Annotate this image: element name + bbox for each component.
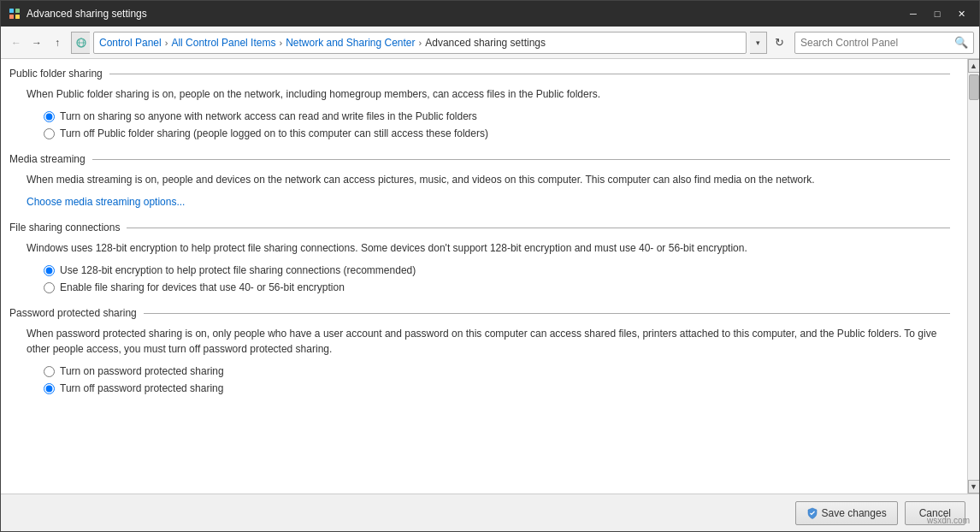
public-folder-off-label: Turn off Public folder sharing (people l… (60, 127, 488, 139)
content-area: Public folder sharing When Public folder… (1, 59, 979, 494)
media-streaming-header: Media streaming (9, 153, 950, 165)
scroll-up-button[interactable]: ▲ (968, 59, 980, 73)
media-streaming-section: Media streaming When media streaming is … (9, 153, 950, 208)
encrypt-128-label: Use 128-bit encryption to help protect f… (60, 264, 416, 276)
public-folder-options: Turn on sharing so anyone with network a… (44, 110, 950, 139)
file-sharing-header: File sharing connections (9, 222, 950, 233)
main-content: Public folder sharing When Public folder… (1, 59, 967, 494)
password-sharing-section: Password protected sharing When password… (9, 307, 950, 394)
public-folder-section: Public folder sharing When Public folder… (9, 68, 950, 139)
file-sharing-description: Windows uses 128-bit encryption to help … (27, 240, 950, 256)
window: Advanced sharing settings ─ □ ✕ ← → ↑ Co… (0, 0, 980, 532)
breadcrumb-dropdown[interactable]: ▾ (750, 32, 767, 54)
pw-on-label: Turn on password protected sharing (60, 365, 224, 377)
shield-icon (806, 507, 818, 519)
scrollbar-track[interactable] (968, 73, 979, 480)
public-folder-header: Public folder sharing (9, 68, 950, 80)
close-button[interactable]: ✕ (950, 5, 972, 22)
search-icon: 🔍 (954, 36, 968, 49)
svg-rect-0 (9, 9, 14, 13)
public-folder-on-radio[interactable] (44, 111, 55, 122)
breadcrumb-control-panel[interactable]: Control Panel (99, 37, 162, 49)
scrollbar[interactable]: ▲ ▼ (967, 59, 979, 494)
file-sharing-section: File sharing connections Windows uses 12… (9, 222, 950, 293)
scrollbar-thumb[interactable] (969, 74, 979, 100)
address-icon (71, 32, 90, 54)
public-folder-description: When Public folder sharing is on, people… (27, 86, 950, 102)
search-input[interactable] (800, 37, 954, 49)
file-sharing-options: Use 128-bit encryption to help protect f… (44, 264, 950, 293)
breadcrumb-network-sharing[interactable]: Network and Sharing Center (286, 37, 415, 49)
title-bar: Advanced sharing settings ─ □ ✕ (1, 1, 979, 27)
public-folder-on-label: Turn on sharing so anyone with network a… (60, 110, 477, 122)
svg-rect-2 (9, 15, 14, 19)
cancel-button[interactable]: Cancel (905, 501, 965, 525)
pw-on-option[interactable]: Turn on password protected sharing (44, 365, 950, 377)
nav-bar: ← → ↑ Control Panel › All Control Panel … (1, 27, 979, 59)
pw-off-option[interactable]: Turn off password protected sharing (44, 382, 950, 394)
back-button[interactable]: ← (6, 33, 27, 53)
encrypt-128-radio[interactable] (44, 265, 55, 276)
save-button[interactable]: Save changes (795, 501, 898, 525)
encrypt-40-label: Enable file sharing for devices that use… (60, 281, 345, 293)
pw-off-radio[interactable] (44, 383, 55, 394)
password-sharing-header: Password protected sharing (9, 307, 950, 319)
breadcrumb-current: Advanced sharing settings (425, 37, 546, 49)
encrypt-40-option[interactable]: Enable file sharing for devices that use… (44, 281, 950, 293)
public-folder-on-option[interactable]: Turn on sharing so anyone with network a… (44, 110, 950, 122)
footer: Save changes Cancel (1, 494, 979, 531)
svg-rect-3 (15, 15, 20, 19)
public-folder-off-radio[interactable] (44, 128, 55, 139)
encrypt-40-radio[interactable] (44, 282, 55, 293)
window-icon (8, 7, 21, 21)
file-sharing-title: File sharing connections (9, 222, 120, 233)
password-sharing-options: Turn on password protected sharing Turn … (44, 365, 950, 394)
password-sharing-title: Password protected sharing (9, 307, 137, 319)
save-label: Save changes (822, 507, 887, 519)
password-sharing-description: When password protected sharing is on, o… (27, 326, 950, 357)
scroll-down-button[interactable]: ▼ (968, 480, 980, 494)
minimize-button[interactable]: ─ (902, 5, 924, 22)
media-streaming-description: When media streaming is on, people and d… (27, 172, 950, 187)
search-box: 🔍 (794, 32, 974, 54)
window-controls: ─ □ ✕ (902, 5, 972, 22)
pw-off-label: Turn off password protected sharing (60, 382, 223, 394)
svg-rect-1 (15, 9, 20, 13)
maximize-button[interactable]: □ (926, 5, 948, 22)
refresh-button[interactable]: ↻ (769, 33, 789, 53)
pw-on-radio[interactable] (44, 366, 55, 377)
media-streaming-link[interactable]: Choose media streaming options... (27, 196, 185, 208)
forward-button[interactable]: → (27, 33, 47, 53)
breadcrumb: Control Panel › All Control Panel Items … (93, 32, 747, 54)
public-folder-title: Public folder sharing (9, 68, 103, 80)
up-button[interactable]: ↑ (47, 33, 68, 53)
breadcrumb-all-items[interactable]: All Control Panel Items (171, 37, 275, 49)
public-folder-off-option[interactable]: Turn off Public folder sharing (people l… (44, 127, 950, 139)
encrypt-128-option[interactable]: Use 128-bit encryption to help protect f… (44, 264, 950, 276)
media-streaming-title: Media streaming (9, 153, 86, 165)
window-title: Advanced sharing settings (27, 8, 902, 20)
